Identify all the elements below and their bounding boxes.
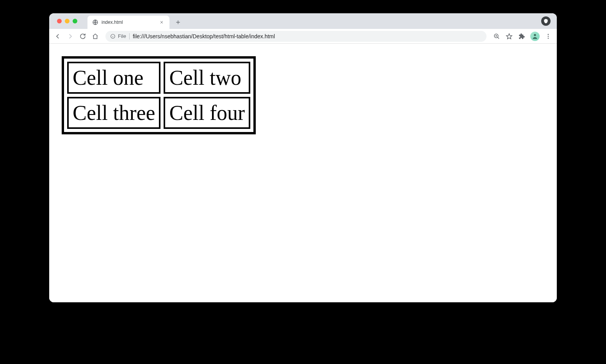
new-tab-button[interactable] [173, 17, 184, 28]
window-minimize-button[interactable] [65, 19, 70, 23]
forward-button[interactable] [65, 31, 76, 42]
globe-icon [92, 19, 98, 25]
reload-button[interactable] [77, 31, 88, 42]
window-controls [54, 13, 80, 29]
svg-point-5 [548, 36, 549, 37]
browser-window: index.html [49, 13, 557, 302]
table-cell: Cell two [164, 62, 250, 94]
extensions-button[interactable] [516, 31, 527, 42]
table-cell: Cell four [164, 97, 250, 129]
close-icon[interactable] [159, 19, 165, 25]
tab-title: index.html [102, 20, 155, 25]
demo-table: Cell one Cell two Cell three Cell four [62, 56, 256, 134]
browser-tab-bar: index.html [49, 13, 557, 29]
table-cell: Cell one [67, 62, 160, 94]
address-bar[interactable]: File file:///Users/nsebhastian/Desktop/t… [105, 31, 487, 42]
toolbar-right [491, 31, 554, 42]
zoom-button[interactable] [491, 31, 502, 42]
back-button[interactable] [52, 31, 63, 42]
table-cell: Cell three [67, 97, 160, 129]
table-row: Cell three Cell four [67, 97, 250, 129]
divider [129, 33, 130, 39]
browser-tab[interactable]: index.html [87, 16, 169, 29]
svg-point-6 [548, 37, 549, 39]
window-maximize-button[interactable] [73, 19, 77, 23]
window-close-button[interactable] [57, 19, 62, 23]
bookmark-button[interactable] [504, 31, 515, 42]
svg-point-4 [548, 34, 549, 35]
menu-button[interactable] [543, 31, 554, 42]
table-row: Cell one Cell two [67, 62, 250, 94]
url-text: file:///Users/nsebhastian/Desktop/test/h… [133, 33, 275, 39]
url-scheme-label: File [118, 33, 126, 39]
svg-point-3 [534, 34, 536, 36]
avatar[interactable] [530, 32, 540, 41]
site-info-button[interactable]: File [110, 33, 126, 39]
browser-toolbar: File file:///Users/nsebhastian/Desktop/t… [49, 29, 557, 44]
page-content: Cell one Cell two Cell three Cell four [49, 44, 557, 302]
profile-badge[interactable] [541, 16, 551, 26]
home-button[interactable] [90, 31, 101, 42]
